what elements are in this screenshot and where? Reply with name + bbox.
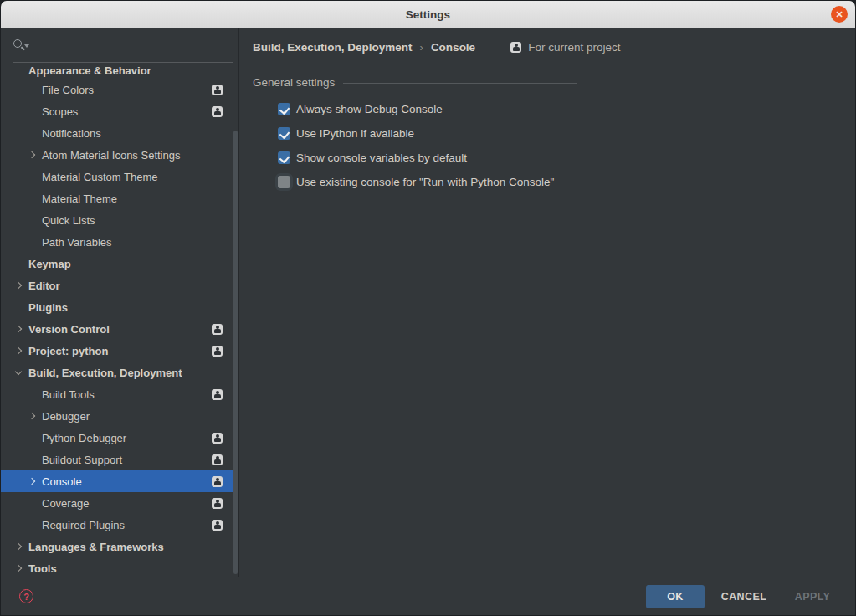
sidebar-item-label: Console <box>42 475 82 488</box>
window-title: Settings <box>406 8 450 21</box>
sidebar-item-languages-frameworks[interactable]: Languages & Frameworks <box>1 536 238 557</box>
sidebar-item-appearance-behavior[interactable]: Appearance & Behavior <box>1 64 238 79</box>
checkbox-row-use-ipython-if-available[interactable]: Use IPython if available <box>278 121 855 146</box>
sidebar-item-coverage[interactable]: Coverage <box>1 492 238 514</box>
sidebar-item-notifications[interactable]: Notifications <box>1 122 238 144</box>
checkbox-row-use-existing-console-for-run-with-python[interactable]: Use existing console for "Run with Pytho… <box>278 170 855 194</box>
chevron-down-icon[interactable] <box>15 367 22 374</box>
person-icon <box>510 42 521 53</box>
scope-label: For current project <box>528 41 620 54</box>
sidebar-item-material-theme[interactable]: Material Theme <box>1 187 238 209</box>
chevron-right-icon[interactable] <box>28 413 35 419</box>
chevron-right-icon[interactable] <box>15 347 22 354</box>
checkbox-label: Always show Debug Console <box>296 103 443 116</box>
sidebar-item-label: Version Control <box>28 323 110 336</box>
sidebar-item-label: Scopes <box>42 105 78 118</box>
sidebar-item-atom-material-icons-settings[interactable]: Atom Material Icons Settings <box>1 144 238 166</box>
sidebar-item-label: File Colors <box>42 84 94 96</box>
apply-button[interactable]: APPLY <box>783 585 842 608</box>
help-icon[interactable]: ? <box>19 589 33 603</box>
breadcrumb: Build, Execution, Deployment › Console F… <box>240 28 855 55</box>
section-title: General settings <box>253 76 335 89</box>
sidebar-item-console[interactable]: Console <box>1 470 238 492</box>
chevron-down-icon <box>24 44 29 48</box>
settings-dialog: Settings ✕ Appearance & BehaviorFile Col… <box>0 0 856 616</box>
checkbox-label: Use IPython if available <box>296 127 414 140</box>
close-icon[interactable]: ✕ <box>831 6 848 23</box>
title-bar: Settings ✕ <box>1 1 855 28</box>
search-icon <box>13 39 22 48</box>
person-icon <box>212 433 223 444</box>
person-icon <box>212 476 223 487</box>
sidebar-item-label: Path Variables <box>42 236 112 249</box>
breadcrumb-current: Console <box>431 41 475 54</box>
footer-bar: ? OK CANCEL APPLY <box>1 577 855 615</box>
search-area <box>1 28 238 64</box>
breadcrumb-separator: › <box>420 41 423 54</box>
person-icon <box>212 454 223 465</box>
chevron-right-icon[interactable] <box>15 282 22 289</box>
chevron-right-icon[interactable] <box>15 326 22 332</box>
sidebar-item-editor[interactable]: Editor <box>1 275 238 296</box>
checkbox-unchecked-icon[interactable] <box>278 176 290 188</box>
chevron-right-icon[interactable] <box>28 478 35 485</box>
sidebar-item-label: Plugins <box>28 301 68 314</box>
ok-button[interactable]: OK <box>646 585 705 608</box>
section-divider <box>343 83 577 84</box>
chevron-right-icon[interactable] <box>15 543 22 550</box>
sidebar-item-path-variables[interactable]: Path Variables <box>1 231 238 253</box>
sidebar-item-label: Debugger <box>42 410 90 423</box>
person-icon <box>212 324 223 335</box>
checkbox-group: Always show Debug ConsoleUse IPython if … <box>278 97 855 194</box>
sidebar-item-python-debugger[interactable]: Python Debugger <box>1 427 238 449</box>
sidebar-item-buildout-support[interactable]: Buildout Support <box>1 449 238 470</box>
person-icon <box>212 85 223 95</box>
footer-buttons: OK CANCEL APPLY <box>646 585 842 608</box>
search-input[interactable] <box>33 35 225 54</box>
sidebar-item-build-tools[interactable]: Build Tools <box>1 383 238 405</box>
sidebar-item-debugger[interactable]: Debugger <box>1 405 238 427</box>
sidebar-item-build-execution-deployment[interactable]: Build, Execution, Deployment <box>1 362 238 383</box>
sidebar-item-quick-lists[interactable]: Quick Lists <box>1 209 238 231</box>
general-settings-section: General settings <box>253 76 855 89</box>
person-icon <box>212 520 223 531</box>
checkbox-checked-icon[interactable] <box>278 103 290 116</box>
sidebar-item-plugins[interactable]: Plugins <box>1 296 238 318</box>
sidebar-item-label: Atom Material Icons Settings <box>42 149 180 162</box>
sidebar-item-label: Keymap <box>28 258 71 270</box>
checkbox-checked-icon[interactable] <box>278 151 290 164</box>
sidebar-item-label: Quick Lists <box>42 214 95 227</box>
checkbox-row-show-console-variables-by-default[interactable]: Show console variables by default <box>278 146 855 170</box>
checkbox-label: Show console variables by default <box>296 151 467 164</box>
cancel-button[interactable]: CANCEL <box>715 585 773 608</box>
sidebar-item-label: Project: python <box>28 345 108 357</box>
sidebar-item-keymap[interactable]: Keymap <box>1 253 238 275</box>
search-underline <box>13 62 233 63</box>
sidebar-scrollbar[interactable] <box>233 131 238 574</box>
chevron-right-icon[interactable] <box>28 151 35 158</box>
sidebar-item-label: Material Custom Theme <box>42 171 157 183</box>
sidebar-item-label: Build, Execution, Deployment <box>28 367 182 379</box>
sidebar-item-material-custom-theme[interactable]: Material Custom Theme <box>1 166 238 187</box>
sidebar-item-label: Notifications <box>42 127 101 140</box>
sidebar-item-label: Buildout Support <box>42 454 122 466</box>
checkbox-checked-icon[interactable] <box>278 127 290 140</box>
scope-indicator: For current project <box>510 41 620 54</box>
sidebar-item-label: Tools <box>28 562 57 575</box>
sidebar-item-label: Appearance & Behavior <box>28 64 151 77</box>
settings-tree: Appearance & BehaviorFile ColorsScopesNo… <box>1 64 238 579</box>
sidebar-item-project-python[interactable]: Project: python <box>1 340 238 362</box>
sidebar-item-scopes[interactable]: Scopes <box>1 100 238 122</box>
person-icon <box>212 389 223 400</box>
checkbox-label: Use existing console for "Run with Pytho… <box>296 176 554 188</box>
sidebar-item-label: Editor <box>28 280 60 292</box>
breadcrumb-parent[interactable]: Build, Execution, Deployment <box>253 41 413 54</box>
settings-content: Build, Execution, Deployment › Console F… <box>240 28 855 577</box>
sidebar-item-version-control[interactable]: Version Control <box>1 318 238 340</box>
sidebar-item-label: Required Plugins <box>42 519 125 531</box>
checkbox-row-always-show-debug-console[interactable]: Always show Debug Console <box>278 97 855 121</box>
sidebar-item-file-colors[interactable]: File Colors <box>1 79 238 100</box>
chevron-right-icon[interactable] <box>15 565 22 572</box>
sidebar-item-required-plugins[interactable]: Required Plugins <box>1 514 238 536</box>
sidebar-item-label: Languages & Frameworks <box>28 541 164 553</box>
